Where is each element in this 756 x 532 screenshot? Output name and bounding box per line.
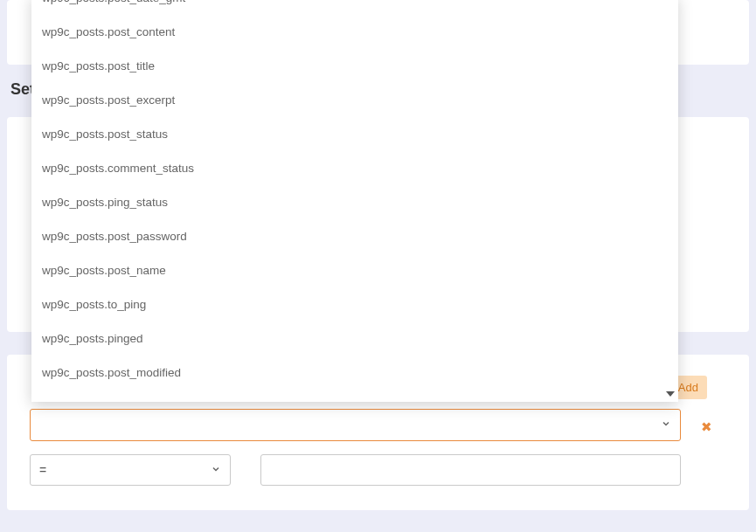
operator-value: = [39, 463, 46, 477]
dropdown-item[interactable]: wp9c_posts.post_password [31, 219, 678, 253]
dropdown-item[interactable]: wp9c_posts.post_content [31, 15, 678, 49]
dropdown-item[interactable]: wp9c_posts.post_name [31, 253, 678, 287]
dropdown-item[interactable]: wp9c_posts.pinged [31, 321, 678, 356]
dropdown-scroll-area[interactable]: wp9c_posts.post_date_gmtwp9c_posts.post_… [31, 0, 678, 402]
dropdown-panel: wp9c_posts.post_date_gmtwp9c_posts.post_… [31, 0, 678, 402]
dropdown-item[interactable]: wp9c_posts.post_modified [31, 356, 678, 390]
dropdown-item[interactable]: wp9c_posts.comment_status [31, 151, 678, 185]
value-input[interactable] [260, 454, 681, 486]
dropdown-item[interactable]: wp9c_posts.post_excerpt [31, 83, 678, 117]
dropdown-item[interactable]: wp9c_posts.post_title [31, 49, 678, 83]
chevron-down-icon [211, 464, 221, 477]
chevron-down-icon [661, 418, 671, 432]
operator-select[interactable]: = [30, 454, 231, 486]
dropdown-item[interactable]: wp9c_posts.post_status [31, 117, 678, 151]
dropdown-item[interactable]: wp9c_posts.post_date_gmt [31, 0, 678, 15]
dropdown-item[interactable]: wp9c_posts.ping_status [31, 185, 678, 219]
remove-icon[interactable]: ✖ [701, 419, 712, 435]
dropdown-item[interactable]: wp9c_posts.to_ping [31, 287, 678, 321]
field-combobox[interactable] [30, 409, 681, 441]
